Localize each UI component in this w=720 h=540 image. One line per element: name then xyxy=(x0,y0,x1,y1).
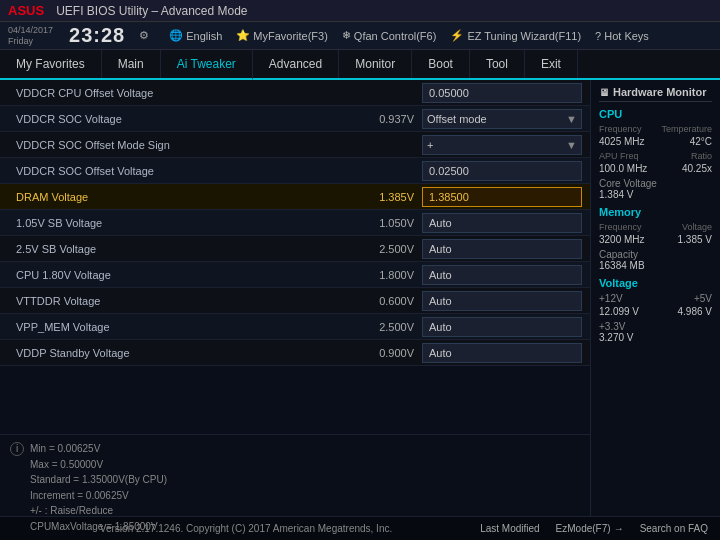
setting-current-value: 2.500V xyxy=(324,321,414,333)
setting-select[interactable]: + ▼ xyxy=(422,135,582,155)
clock-settings-icon[interactable]: ⚙ xyxy=(139,29,149,42)
clock-display: 23:28 xyxy=(69,24,125,47)
info-line-5: +/- : Raise/Reduce xyxy=(30,503,580,519)
hw-v12-value: 12.099 V xyxy=(599,306,639,317)
hw-capacity-label: Capacity xyxy=(599,249,712,260)
info-line-3: Standard = 1.35000V(By CPU) xyxy=(30,472,580,488)
hw-v33-label: +3.3V xyxy=(599,321,712,332)
table-row: VDDCR SOC Offset Voltage xyxy=(0,158,590,184)
hw-core-voltage-label: Core Voltage xyxy=(599,178,712,189)
hw-capacity-value: 16384 MB xyxy=(599,260,712,271)
tab-monitor[interactable]: Monitor xyxy=(339,50,412,78)
setting-select[interactable]: Offset mode ▼ xyxy=(422,109,582,129)
nav-eztuning[interactable]: ⚡ EZ Tuning Wizard(F11) xyxy=(450,29,581,42)
setting-label: VPP_MEM Voltage xyxy=(8,321,324,333)
hw-v12-values: 12.099 V 4.986 V xyxy=(599,306,712,317)
nav-qfan[interactable]: ❄ Qfan Control(F6) xyxy=(342,29,437,42)
hw-cpu-col2-headers: APU Freq Ratio xyxy=(599,151,712,161)
date-display: 04/14/2017 xyxy=(8,25,53,36)
setting-current-value: 2.500V xyxy=(324,243,414,255)
tab-advanced[interactable]: Advanced xyxy=(253,50,339,78)
tab-main[interactable]: Main xyxy=(102,50,161,78)
hw-core-voltage-value: 1.384 V xyxy=(599,189,712,200)
nav-hotkeys[interactable]: ? Hot Keys xyxy=(595,29,649,42)
hw-mem-col-headers: Frequency Voltage xyxy=(599,222,712,232)
tab-exit[interactable]: Exit xyxy=(525,50,578,78)
hw-v5-value: 4.986 V xyxy=(678,306,712,317)
copyright-text: Version 2.17.1246. Copyright (C) 2017 Am… xyxy=(12,523,480,534)
settings-panel: VDDCR CPU Offset Voltage VDDCR SOC Volta… xyxy=(0,80,590,434)
setting-label: CPU 1.80V Voltage xyxy=(8,269,324,281)
hw-cpu-freq-row: 4025 MHz 42°C xyxy=(599,136,712,147)
secondbar: 04/14/2017 Friday 23:28 ⚙ 🌐 English ⭐ My… xyxy=(0,22,720,50)
day-display: Friday xyxy=(8,36,53,47)
hw-v33-value: 3.270 V xyxy=(599,332,712,343)
setting-label: VTTDDR Voltage xyxy=(8,295,324,307)
setting-label: VDDCR CPU Offset Voltage xyxy=(8,87,324,99)
setting-label: VDDCR SOC Offset Mode Sign xyxy=(8,139,324,151)
tab-my-favorites[interactable]: My Favorites xyxy=(0,50,102,78)
asus-logo: ASUS xyxy=(8,3,44,18)
hw-mem-voltage: 1.385 V xyxy=(678,234,712,245)
table-row: VDDCR SOC Voltage 0.937V Offset mode ▼ xyxy=(0,106,590,132)
setting-label: VDDCR SOC Offset Voltage xyxy=(8,165,324,177)
setting-input[interactable] xyxy=(422,291,582,311)
setting-label: 1.05V SB Voltage xyxy=(8,217,324,229)
table-row: CPU 1.80V Voltage 1.800V xyxy=(0,262,590,288)
table-row: DRAM Voltage 1.385V xyxy=(0,184,590,210)
tab-boot[interactable]: Boot xyxy=(412,50,470,78)
hw-v12-label: +12V xyxy=(599,293,623,304)
info-line-4: Increment = 0.00625V xyxy=(30,488,580,504)
hw-cpu-section: CPU xyxy=(599,108,712,120)
nav-myfavorite[interactable]: ⭐ MyFavorite(F3) xyxy=(236,29,328,42)
hw-apu-row: 100.0 MHz 40.25x xyxy=(599,163,712,174)
setting-input[interactable] xyxy=(422,161,582,181)
tab-tool[interactable]: Tool xyxy=(470,50,525,78)
setting-label: DRAM Voltage xyxy=(8,191,324,203)
bios-title: UEFI BIOS Utility – Advanced Mode xyxy=(56,4,247,18)
hw-voltage-section: Voltage xyxy=(599,277,712,289)
setting-input[interactable] xyxy=(422,83,582,103)
setting-input[interactable] xyxy=(422,239,582,259)
top-nav: 🌐 English ⭐ MyFavorite(F3) ❄ Qfan Contro… xyxy=(169,29,712,42)
table-row: VDDP Standby Voltage 0.900V xyxy=(0,340,590,366)
hw-cpu-temperature: 42°C xyxy=(690,136,712,147)
table-row: VDDCR CPU Offset Voltage xyxy=(0,80,590,106)
setting-current-value: 0.600V xyxy=(324,295,414,307)
bottom-right-controls: Last Modified EzMode(F7) → Search on FAQ xyxy=(480,523,708,534)
hw-monitor-title: 🖥 Hardware Monitor xyxy=(599,86,712,102)
info-line-1: Min = 0.00625V xyxy=(30,441,580,457)
setting-input[interactable] xyxy=(422,265,582,285)
setting-input[interactable] xyxy=(422,213,582,233)
hardware-monitor-panel: 🖥 Hardware Monitor CPU Frequency Tempera… xyxy=(590,80,720,516)
last-modified-button[interactable]: Last Modified xyxy=(480,523,539,534)
setting-input[interactable] xyxy=(422,317,582,337)
setting-label: VDDCR SOC Voltage xyxy=(8,113,324,125)
table-row: 1.05V SB Voltage 1.050V xyxy=(0,210,590,236)
setting-current-value: 1.385V xyxy=(324,191,414,203)
setting-input[interactable] xyxy=(422,343,582,363)
setting-current-value: 0.937V xyxy=(324,113,414,125)
nav-english[interactable]: 🌐 English xyxy=(169,29,222,42)
hw-v33-section: +3.3V 3.270 V xyxy=(599,321,712,343)
info-icon: i xyxy=(10,442,24,456)
setting-current-value: 1.050V xyxy=(324,217,414,229)
setting-input-dram[interactable] xyxy=(422,187,582,207)
search-faq-button[interactable]: Search on FAQ xyxy=(640,523,708,534)
table-row: VDDCR SOC Offset Mode Sign + ▼ xyxy=(0,132,590,158)
tab-ai-tweaker[interactable]: Ai Tweaker xyxy=(161,50,253,80)
hw-cpu-frequency: 4025 MHz xyxy=(599,136,645,147)
hw-mem-row: 3200 MHz 1.385 V xyxy=(599,234,712,245)
info-line-2: Max = 0.50000V xyxy=(30,457,580,473)
setting-current-value: 1.800V xyxy=(324,269,414,281)
hw-v5-label: +5V xyxy=(694,293,712,304)
setting-current-value: 0.900V xyxy=(324,347,414,359)
hw-core-voltage-section: Core Voltage 1.384 V xyxy=(599,178,712,200)
table-row: VPP_MEM Voltage 2.500V xyxy=(0,314,590,340)
ezmode-button[interactable]: EzMode(F7) → xyxy=(556,523,624,534)
setting-label: VDDP Standby Voltage xyxy=(8,347,324,359)
hw-cpu-ratio: 40.25x xyxy=(682,163,712,174)
setting-label: 2.5V SB Voltage xyxy=(8,243,324,255)
nav-tabs: My Favorites Main Ai Tweaker Advanced Mo… xyxy=(0,50,720,80)
hw-capacity-section: Capacity 16384 MB xyxy=(599,249,712,271)
